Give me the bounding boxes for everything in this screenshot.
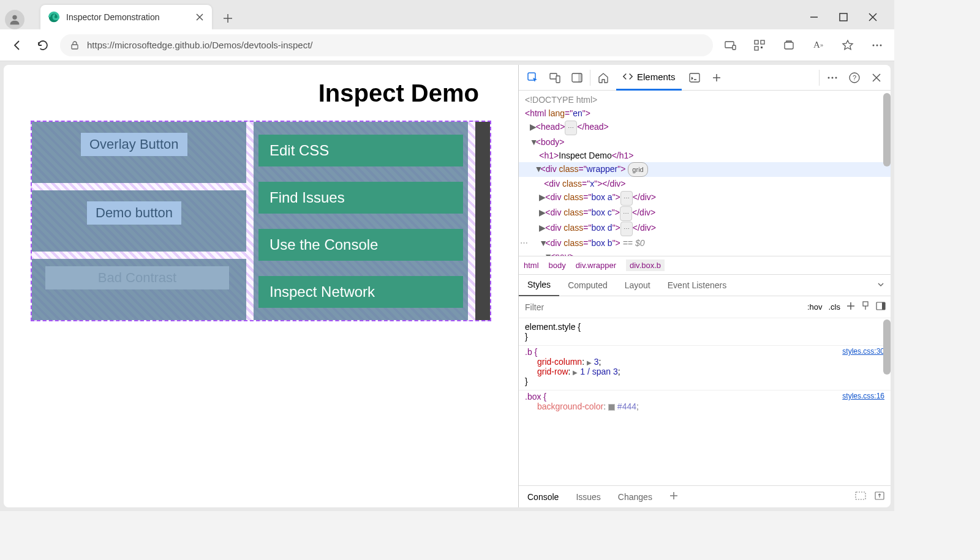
cls-toggle[interactable]: .cls [829, 302, 841, 312]
dom-tree[interactable]: <!DOCTYPE html> <html lang="en"> ▶<head>… [519, 91, 891, 256]
edge-favicon-icon [48, 11, 60, 23]
svg-rect-10 [785, 42, 793, 49]
overlay-button[interactable]: Overlay Button [81, 133, 187, 156]
svg-rect-18 [578, 73, 582, 82]
svg-text:?: ? [853, 74, 856, 81]
svg-rect-15 [550, 73, 557, 79]
box-side [475, 122, 490, 320]
new-tab-button[interactable] [217, 7, 239, 29]
lock-icon [70, 40, 80, 50]
svg-rect-25 [863, 302, 868, 306]
svg-rect-8 [755, 47, 758, 50]
qr-icon[interactable] [751, 37, 768, 54]
bad-contrast-button[interactable]: Bad Contrast [45, 266, 229, 289]
svg-rect-19 [690, 73, 699, 82]
svg-rect-6 [755, 40, 758, 44]
back-button[interactable] [9, 37, 26, 54]
nav-link-inspect-network[interactable]: Inspect Network [258, 276, 463, 308]
welcome-icon[interactable] [594, 69, 612, 87]
profile-icon[interactable] [5, 10, 24, 29]
console-toggle-icon[interactable] [685, 69, 704, 87]
more-icon[interactable] [869, 37, 886, 54]
panel-toggle-icon[interactable] [876, 302, 886, 312]
page-title: Inspect Demo [31, 80, 479, 107]
paint-icon[interactable] [861, 301, 870, 313]
url-text: https://microsoftedge.github.io/Demos/de… [87, 40, 313, 50]
styles-body[interactable]: element.style { } .b {styles.css:30 grid… [519, 318, 891, 485]
svg-point-13 [880, 44, 882, 46]
tab-close-icon[interactable] [195, 12, 205, 22]
svg-rect-28 [856, 492, 865, 499]
grid-overlay: Overlay Button Edit CSS Find Issues Use … [31, 121, 491, 321]
svg-rect-27 [882, 302, 885, 310]
dock-side-icon[interactable] [568, 69, 586, 87]
nav-link-edit-css[interactable]: Edit CSS [258, 135, 463, 166]
devtools-panel: Elements ? <!DOCTYPE html> <html lang="e… [518, 65, 891, 507]
hov-toggle[interactable]: :hov [807, 302, 823, 312]
dom-breadcrumb[interactable]: html body div.wrapper div.box.b [519, 256, 891, 274]
inspect-element-icon[interactable] [524, 69, 542, 87]
tab-elements[interactable]: Elements [616, 65, 682, 91]
box-d: Bad Contrast [32, 259, 246, 320]
nav-link-find-issues[interactable]: Find Issues [258, 182, 463, 214]
tab-title: Inspector Demonstration [66, 12, 189, 22]
bc-box-b[interactable]: div.box.b [626, 259, 665, 271]
favorite-icon[interactable] [839, 37, 856, 54]
styles-filter-input[interactable] [519, 302, 807, 312]
tab-computed[interactable]: Computed [559, 274, 616, 296]
svg-point-20 [828, 77, 830, 78]
svg-point-21 [832, 77, 834, 78]
bc-wrapper[interactable]: div.wrapper [576, 261, 616, 270]
tab-styles[interactable]: Styles [519, 274, 559, 296]
dt-close-icon[interactable] [867, 69, 886, 87]
nav-link-use-console[interactable]: Use the Console [258, 229, 463, 261]
read-aloud-icon[interactable]: A» [810, 37, 827, 54]
new-style-rule-icon[interactable] [846, 302, 855, 312]
refresh-button[interactable] [34, 37, 51, 54]
svg-point-0 [12, 15, 17, 20]
demo-button[interactable]: Demo button [87, 201, 181, 225]
dt-more-icon[interactable] [823, 69, 842, 87]
device-toggle-icon[interactable] [546, 69, 564, 87]
screencast-icon[interactable] [722, 37, 739, 54]
bc-html[interactable]: html [524, 261, 539, 270]
collections-icon[interactable] [780, 37, 797, 54]
drawer-add-icon[interactable] [661, 491, 687, 502]
scrollbar-thumb[interactable] [883, 93, 891, 166]
box-b-nav: Edit CSS Find Issues Use the Console Ins… [254, 122, 468, 320]
src-link-b[interactable]: styles.css:30 [842, 347, 884, 357]
tab-layout[interactable]: Layout [616, 274, 659, 296]
drawer-console[interactable]: Console [519, 492, 567, 502]
svg-point-22 [835, 77, 837, 78]
drawer-dock-icon[interactable] [855, 491, 866, 502]
help-icon[interactable]: ? [845, 69, 864, 87]
window-minimize-icon[interactable] [807, 10, 821, 24]
drawer-changes[interactable]: Changes [609, 492, 661, 502]
window-maximize-icon[interactable] [837, 10, 850, 24]
browser-toolbar: https://microsoftedge.github.io/Demos/de… [0, 29, 894, 61]
svg-point-12 [876, 44, 878, 46]
bc-body[interactable]: body [549, 261, 566, 270]
svg-rect-7 [761, 40, 764, 44]
window-close-icon[interactable] [866, 10, 880, 24]
tab-strip: Inspector Demonstration [0, 0, 894, 29]
svg-rect-2 [840, 13, 847, 21]
box-c: Demo button [32, 190, 246, 252]
address-bar[interactable]: https://microsoftedge.github.io/Demos/de… [60, 34, 713, 56]
svg-point-11 [873, 44, 875, 46]
svg-rect-3 [72, 45, 78, 49]
tab-event-listeners[interactable]: Event Listeners [659, 274, 736, 296]
styles-chevron-icon[interactable] [877, 280, 891, 291]
styles-scrollbar-thumb[interactable] [883, 319, 891, 375]
svg-rect-9 [761, 47, 763, 48]
drawer-expand-icon[interactable] [875, 491, 884, 502]
browser-tab[interactable]: Inspector Demonstration [40, 5, 212, 29]
src-link-box[interactable]: styles.css:16 [842, 392, 884, 401]
drawer-issues[interactable]: Issues [567, 492, 609, 502]
svg-rect-16 [556, 76, 560, 83]
add-tab-icon[interactable] [707, 69, 726, 87]
page-content: Inspect Demo Overlay Button Edit CSS Fin… [4, 65, 518, 507]
box-a: Overlay Button [32, 122, 246, 183]
svg-rect-5 [733, 45, 736, 50]
